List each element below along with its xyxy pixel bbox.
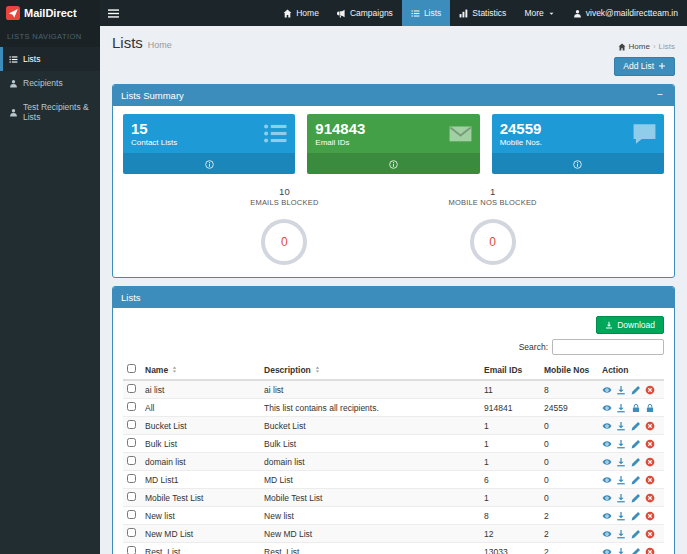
download-icon[interactable] — [616, 457, 626, 467]
top-navbar: MailDirect Home Campaigns Lists Statisti… — [0, 0, 687, 26]
add-list-button[interactable]: Add List — [614, 57, 675, 76]
delete-icon[interactable] — [645, 529, 655, 539]
row-checkbox[interactable] — [127, 474, 136, 483]
edit-icon[interactable] — [631, 493, 641, 503]
view-icon[interactable] — [602, 547, 612, 554]
sidebar-toggle-button[interactable] — [100, 0, 126, 26]
delete-icon[interactable] — [645, 511, 655, 521]
cell-description: Bucket List — [260, 417, 480, 435]
view-icon[interactable] — [602, 529, 612, 539]
edit-icon[interactable] — [631, 457, 641, 467]
nav-campaigns[interactable]: Campaigns — [328, 0, 402, 26]
download-button[interactable]: Download — [596, 316, 664, 335]
cell-mobile-nos: 0 — [540, 453, 598, 471]
view-icon[interactable] — [602, 493, 612, 503]
table-row: All This list contains all recipients. 9… — [123, 399, 664, 417]
delete-icon[interactable] — [645, 547, 655, 554]
nav-more[interactable]: More — [515, 0, 563, 26]
edit-icon[interactable] — [631, 439, 641, 449]
nav-home[interactable]: Home — [274, 0, 328, 26]
stat-box-email-ids: 914843 Email IDs — [307, 114, 479, 174]
add-list-label: Add List — [623, 62, 654, 71]
sidebar: LISTS NAVIGATION Lists Recipients Test R… — [0, 26, 100, 554]
row-checkbox[interactable] — [127, 546, 136, 554]
row-checkbox[interactable] — [127, 402, 136, 411]
delete-icon[interactable] — [645, 421, 655, 431]
download-icon[interactable] — [616, 421, 626, 431]
home-icon — [283, 9, 292, 18]
cell-description: Rest_List — [260, 543, 480, 554]
delete-icon[interactable] — [645, 457, 655, 467]
edit-icon[interactable] — [631, 547, 641, 554]
column-header-mobile-nos[interactable]: Mobile Nos — [540, 360, 598, 380]
delete-icon[interactable] — [645, 385, 655, 395]
lock-icon — [645, 403, 655, 413]
view-icon[interactable] — [602, 403, 612, 413]
collapse-button[interactable]: − — [654, 90, 666, 100]
delete-icon[interactable] — [645, 439, 655, 449]
delete-icon[interactable] — [645, 493, 655, 503]
row-checkbox[interactable] — [127, 384, 136, 393]
column-header-description[interactable]: Description — [260, 360, 480, 380]
row-checkbox[interactable] — [127, 492, 136, 501]
sidebar-item-lists[interactable]: Lists — [0, 47, 100, 71]
nav-lists[interactable]: Lists — [402, 0, 450, 26]
column-header-email-ids[interactable]: Email IDs — [480, 360, 540, 380]
campaigns-icon — [337, 9, 346, 18]
nav-statistics-label: Statistics — [472, 8, 506, 18]
download-icon[interactable] — [616, 547, 626, 554]
view-icon[interactable] — [602, 475, 612, 485]
nav-statistics[interactable]: Statistics — [450, 0, 515, 26]
cell-mobile-nos: 8 — [540, 380, 598, 399]
brand[interactable]: MailDirect — [0, 0, 100, 26]
row-checkbox[interactable] — [127, 438, 136, 447]
table-row: ai list ai list 11 8 — [123, 380, 664, 399]
cell-mobile-nos: 2 — [540, 543, 598, 554]
edit-icon[interactable] — [631, 529, 641, 539]
edit-icon[interactable] — [631, 475, 641, 485]
download-icon[interactable] — [616, 439, 626, 449]
row-checkbox[interactable] — [127, 456, 136, 465]
table-row: Bucket List Bucket List 1 0 — [123, 417, 664, 435]
lists-table-panel: Lists Download Search: — [112, 286, 675, 554]
edit-icon[interactable] — [631, 511, 641, 521]
search-input[interactable] — [552, 339, 664, 355]
download-icon[interactable] — [616, 529, 626, 539]
view-icon[interactable] — [602, 457, 612, 467]
column-header-name[interactable]: Name — [141, 360, 260, 380]
edit-icon[interactable] — [631, 385, 641, 395]
sidebar-item-test-recipients[interactable]: Test Recipients & Lists — [0, 95, 100, 129]
nav-user-account[interactable]: vivek@maildirectteam.in — [564, 0, 687, 26]
page-title: ListsHome — [112, 34, 172, 51]
download-icon[interactable] — [616, 385, 626, 395]
row-checkbox[interactable] — [127, 420, 136, 429]
view-icon[interactable] — [602, 439, 612, 449]
contact-lists-info-footer[interactable] — [123, 153, 295, 174]
cell-email-ids: 1 — [480, 435, 540, 453]
select-all-checkbox[interactable] — [127, 364, 136, 373]
view-icon[interactable] — [602, 421, 612, 431]
mobile-nos-info-footer[interactable] — [492, 153, 664, 174]
email-ids-info-footer[interactable] — [307, 153, 479, 174]
breadcrumb-home[interactable]: Home — [629, 42, 650, 51]
download-icon[interactable] — [616, 511, 626, 521]
sidebar-item-recipients[interactable]: Recipients — [0, 71, 100, 95]
row-checkbox[interactable] — [127, 528, 136, 537]
lists-summary-panel: Lists Summary − 15 Contact Lists — [112, 84, 675, 278]
download-icon[interactable] — [616, 403, 626, 413]
delete-icon[interactable] — [645, 475, 655, 485]
breadcrumb-separator — [653, 42, 656, 51]
download-icon[interactable] — [616, 493, 626, 503]
download-icon[interactable] — [616, 475, 626, 485]
envelope-icon — [448, 121, 473, 146]
view-icon[interactable] — [602, 385, 612, 395]
hamburger-icon — [108, 9, 119, 18]
nav-more-label: More — [524, 8, 543, 18]
view-icon[interactable] — [602, 511, 612, 521]
cell-mobile-nos: 0 — [540, 417, 598, 435]
cell-mobile-nos: 0 — [540, 489, 598, 507]
search-label: Search: — [519, 342, 548, 352]
sidebar-item-label: Recipients — [23, 78, 63, 88]
row-checkbox[interactable] — [127, 510, 136, 519]
edit-icon[interactable] — [631, 421, 641, 431]
